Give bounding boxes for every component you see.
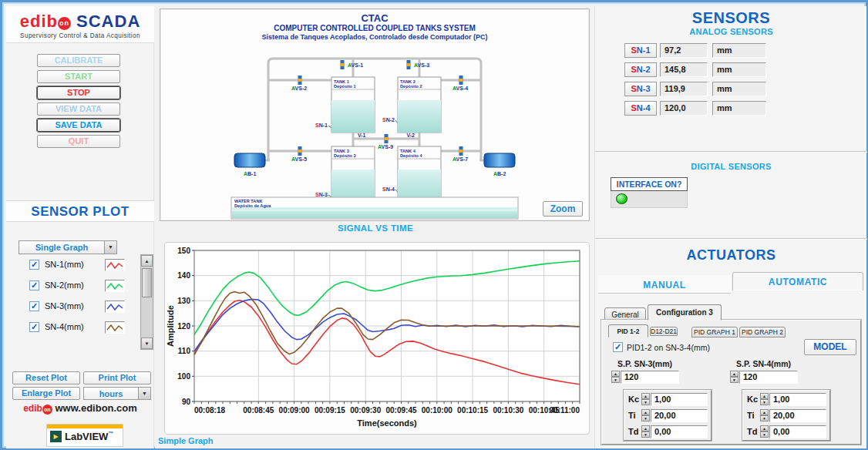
stop-button[interactable]: STOP (37, 86, 120, 99)
quit-button[interactable]: QUIT (37, 135, 120, 148)
sn1-value: 97,2 (660, 43, 708, 58)
print-plot-button[interactable]: Print Plot (83, 371, 151, 385)
sp-sn3-input[interactable]: 120 (621, 371, 679, 384)
svg-text:150: 150 (177, 247, 190, 255)
tab-pid-graph-1[interactable]: PID GRAPH 1 (691, 327, 738, 338)
sn3-checkbox[interactable]: ✓ (29, 301, 39, 311)
tab-manual[interactable]: MANUAL (598, 275, 731, 294)
edibon-logo-circle: on (58, 17, 71, 30)
model-button[interactable]: MODEL (804, 339, 856, 355)
labview-text: LabVIEW (65, 431, 108, 442)
td-stepper-1[interactable]: ▲▼ (641, 425, 650, 438)
chevron-down-icon[interactable]: ▼ (138, 387, 151, 400)
diagram-subtitle-en: COMPUTER CONTROLLED COUPLED TANKS SYSTEM (274, 24, 475, 32)
svg-text:Depósito 2: Depósito 2 (400, 84, 422, 89)
sp-sn3-stepper[interactable]: ▲▼ (611, 371, 620, 384)
sn4-line-icon[interactable] (105, 321, 125, 334)
sn1-line-icon[interactable] (105, 259, 125, 271)
td-input-2[interactable]: 0,00 (769, 425, 826, 438)
graph-mode-dropdown[interactable]: Single Graph ▼ (19, 240, 117, 254)
valve-label-avs5: AVS-5 (291, 156, 307, 162)
sn2-line-icon[interactable] (105, 280, 125, 292)
edibon-scada-logo: edibon SCADA Supervisory Control & Data … (6, 6, 154, 43)
chart-mode-label: Simple Graph (158, 436, 214, 445)
sn1-chip[interactable]: SN-1 (624, 43, 657, 58)
kc-label: Kc (747, 395, 758, 404)
tab-d12-d21[interactable]: D12-D21 (650, 327, 678, 336)
reset-plot-button[interactable]: Reset Plot (12, 371, 80, 385)
ti-input-1[interactable]: 20,00 (651, 409, 708, 422)
interface-led-strip (611, 191, 688, 208)
sp-sn4-input[interactable]: 120 (739, 371, 798, 384)
svg-text:TANK 2: TANK 2 (400, 79, 415, 84)
legend-scrollbar[interactable]: ▲ ▼ (140, 254, 153, 350)
signal-vs-time-chart: 9010011012013014015000:08:1800:08:4500:0… (165, 243, 589, 434)
interface-led-indicator[interactable] (616, 193, 627, 204)
td-label: Td (628, 427, 638, 436)
tab-automatic[interactable]: AUTOMATIC (732, 272, 863, 290)
svg-text:00:09:30: 00:09:30 (350, 406, 381, 415)
actuators-title: ACTUATORS (595, 241, 867, 264)
tank-2: TANK 2 Depósito 2 (398, 77, 441, 133)
scroll-down-icon[interactable]: ▼ (141, 338, 153, 349)
svg-text:140: 140 (177, 271, 190, 280)
chevron-down-icon[interactable]: ▼ (104, 240, 117, 254)
pid12-checkbox[interactable]: ✓ (613, 342, 623, 352)
ti-input-2[interactable]: 20,00 (769, 409, 826, 422)
sn4-checkbox[interactable]: ✓ (29, 322, 39, 332)
valve-label-v2: V-2 (406, 133, 415, 138)
save-data-button[interactable]: SAVE DATA (37, 119, 120, 132)
valve-label-avs1: AVS-1 (348, 62, 363, 68)
ti-stepper-1[interactable]: ▲▼ (641, 409, 650, 422)
chart-panel: 9010011012013014015000:08:1800:08:4500:0… (164, 242, 590, 435)
td-input-1[interactable]: 0,00 (651, 425, 708, 438)
kc-input-2[interactable]: 1,00 (769, 393, 826, 406)
zoom-button[interactable]: Zoom (543, 201, 583, 217)
sn3-line-icon[interactable] (105, 301, 125, 313)
tab-pid-graph-2[interactable]: PID GRAPH 2 (739, 327, 786, 338)
sn3-chip[interactable]: SN-3 (624, 82, 657, 96)
valve-label-v1: V-1 (358, 133, 366, 138)
sn4-chip[interactable]: SN-4 (624, 101, 657, 116)
svg-text:00:08:45: 00:08:45 (243, 406, 274, 415)
tab-pid-1-2[interactable]: PID 1-2 (608, 324, 648, 338)
sensor-label-sn4: SN-4 (382, 186, 395, 192)
scrollbar-thumb[interactable] (142, 268, 152, 297)
chart-region: SIGNAL VS TIME 9010011012013014015000:08… (155, 222, 596, 448)
svg-text:00:10:15: 00:10:15 (457, 406, 488, 415)
edibon-url: www.edibon.com (55, 402, 136, 414)
sn2-chip[interactable]: SN-2 (624, 62, 657, 77)
ti-label: Ti (747, 411, 755, 420)
interval-dropdown[interactable]: hours ▼ (83, 387, 151, 400)
interval-value: hours (83, 387, 138, 400)
right-sidebar: SENSORS ANALOG SENSORS SN-1 97,2 mm SN-2… (594, 6, 866, 448)
start-button[interactable]: START (37, 70, 120, 83)
svg-text:TANK 1: TANK 1 (334, 79, 349, 84)
enlarge-plot-button[interactable]: Enlarge Plot (12, 387, 80, 400)
sn2-checkbox[interactable]: ✓ (29, 280, 39, 290)
tab-configuration-3[interactable]: Configuration 3 (648, 304, 722, 321)
sn1-unit: mm (712, 43, 766, 58)
scroll-up-icon[interactable]: ▲ (141, 255, 153, 267)
sp-sn4-stepper[interactable]: ▲▼ (730, 371, 738, 384)
svg-text:AB-2: AB-2 (493, 171, 506, 176)
sn3-legend-label: SN-3(mm) (45, 301, 84, 311)
sensor-label-sn2: SN-2 (382, 117, 395, 123)
ti-stepper-2[interactable]: ▲▼ (760, 409, 769, 422)
kc-stepper-2[interactable]: ▲▼ (760, 393, 769, 406)
sn4-unit: mm (712, 101, 766, 116)
kc-stepper-1[interactable]: ▲▼ (641, 393, 650, 406)
sn1-checkbox[interactable]: ✓ (29, 260, 39, 270)
valve-label-avs2: AVS-2 (291, 86, 307, 91)
left-sidebar: edibon SCADA Supervisory Control & Data … (6, 6, 154, 448)
kc-input-1[interactable]: 1,00 (651, 393, 708, 406)
svg-text:TANK 4: TANK 4 (400, 149, 416, 153)
chart-title: SIGNAL VS TIME (155, 223, 596, 233)
tab-general[interactable]: General (604, 307, 646, 321)
actuators-panel: ACTUATORS MANUAL AUTOMATIC General Confi… (595, 241, 867, 448)
td-stepper-2[interactable]: ▲▼ (760, 425, 769, 438)
calibrate-button[interactable]: CALIBRATE (37, 54, 120, 67)
legend-row-sn3: ✓ SN-3(mm) (29, 301, 145, 313)
labview-icon: ▶ (50, 431, 62, 442)
view-data-button[interactable]: VIEW DATA (37, 102, 120, 116)
